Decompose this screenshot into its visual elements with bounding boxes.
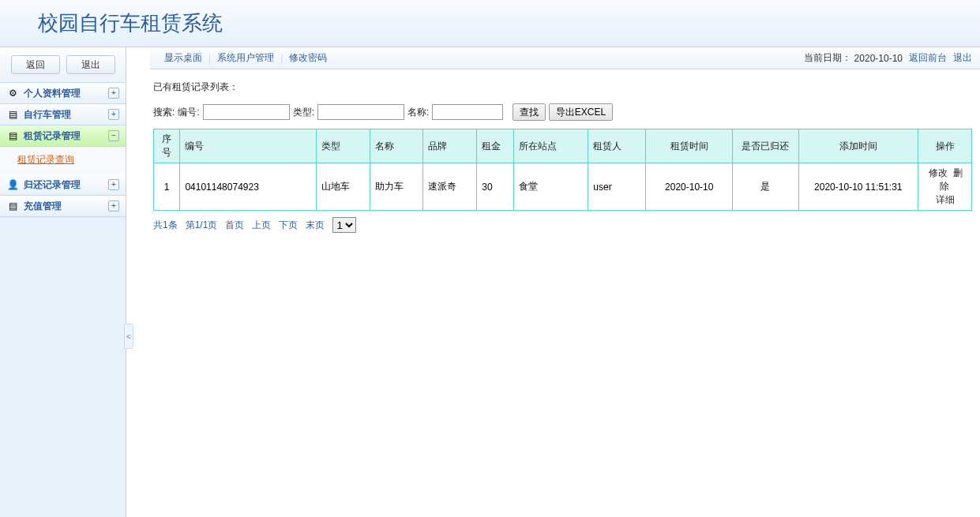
cell-ops: 修改 删除 详细 xyxy=(918,163,972,211)
sidebar-submenu-rental: 租赁记录查询 xyxy=(0,147,126,174)
th-seq: 序号 xyxy=(154,129,180,163)
table-row: 1 04101148074923 山地车 助力车 速派奇 30 食堂 user … xyxy=(154,163,972,211)
expand-icon[interactable]: + xyxy=(108,109,119,120)
sidebar-subitem-rental-query[interactable]: 租赁记录查询 xyxy=(0,150,126,171)
topbar: 显示桌面 | 系统用户管理 | 修改密码 当前日期： 2020-10-10 返回… xyxy=(150,47,980,69)
type-label: 类型: xyxy=(293,106,314,119)
find-button[interactable]: 查找 xyxy=(513,103,546,121)
pager-prev[interactable]: 上页 xyxy=(252,219,271,232)
th-name: 名称 xyxy=(370,129,423,163)
expand-icon[interactable]: + xyxy=(108,179,119,190)
sidebar-item-label: 充值管理 xyxy=(24,200,108,213)
expand-icon[interactable]: + xyxy=(108,88,119,99)
th-type: 类型 xyxy=(316,129,370,163)
cell-site: 食堂 xyxy=(514,163,588,211)
cell-rent: 30 xyxy=(477,163,514,211)
collapse-icon[interactable]: − xyxy=(108,130,119,141)
search-row: 搜索: 编号: 类型: 名称: 查找 导出EXCEL xyxy=(153,103,972,121)
pager-last[interactable]: 末页 xyxy=(306,219,325,232)
topbar-link-password[interactable]: 修改密码 xyxy=(283,51,333,65)
back-button[interactable]: 返回 xyxy=(11,55,60,74)
cell-renter: user xyxy=(588,163,646,211)
sidebar-item-label: 个人资料管理 xyxy=(24,87,108,100)
topbar-exit-link[interactable]: 退出 xyxy=(953,51,972,65)
cell-name: 助力车 xyxy=(370,163,423,211)
pager-next[interactable]: 下页 xyxy=(279,219,298,232)
main: 显示桌面 | 系统用户管理 | 修改密码 当前日期： 2020-10-10 返回… xyxy=(126,47,980,517)
cell-addtime: 2020-10-10 11:51:31 xyxy=(798,163,918,211)
th-addtime: 添加时间 xyxy=(798,129,918,163)
th-code: 编号 xyxy=(180,129,316,163)
content: 已有租赁记录列表： 搜索: 编号: 类型: 名称: 查找 导出EXCEL 序号 … xyxy=(150,69,980,241)
date-label: 当前日期： xyxy=(804,51,851,65)
type-input[interactable] xyxy=(317,104,404,120)
pager-page: 第1/1页 xyxy=(186,219,218,232)
app-title: 校园自行车租赁系统 xyxy=(38,9,223,37)
date-value: 2020-10-10 xyxy=(854,53,903,64)
cell-brand: 速派奇 xyxy=(423,163,477,211)
pager-select[interactable]: 1 xyxy=(332,217,356,233)
sidebar-item-rental[interactable]: ▤ 租赁记录管理 − xyxy=(0,126,126,147)
app-header: 校园自行车租赁系统 xyxy=(0,0,980,47)
sidebar-item-label: 租赁记录管理 xyxy=(24,129,108,143)
cell-seq: 1 xyxy=(154,163,180,211)
table-header-row: 序号 编号 类型 名称 品牌 租金 所在站点 租赁人 租赁时间 是否已归还 添加… xyxy=(154,129,972,163)
th-renter: 租赁人 xyxy=(588,129,646,163)
sidebar-item-return[interactable]: 👤 归还记录管理 + xyxy=(0,174,126,196)
name-input[interactable] xyxy=(432,104,503,120)
code-input[interactable] xyxy=(203,104,290,120)
cell-code: 04101148074923 xyxy=(180,163,316,211)
pager-first[interactable]: 首页 xyxy=(225,219,244,232)
th-returned: 是否已归还 xyxy=(733,129,799,163)
th-site: 所在站点 xyxy=(514,129,588,163)
list-icon: ▤ xyxy=(6,129,19,142)
list-icon: ▤ xyxy=(6,200,19,212)
sidebar-menu: ⚙ 个人资料管理 + ▤ 自行车管理 + ▤ 租赁记录管理 − 租赁记录查询 👤 xyxy=(0,83,126,217)
topbar-link-users[interactable]: 系统用户管理 xyxy=(211,51,280,65)
th-brand: 品牌 xyxy=(423,129,477,163)
gear-icon: ⚙ xyxy=(6,87,19,99)
pager: 共1条 第1/1页 首页 上页 下页 末页 1 xyxy=(153,217,972,233)
edit-link[interactable]: 修改 xyxy=(929,167,948,178)
name-label: 名称: xyxy=(407,106,429,119)
topbar-link-desktop[interactable]: 显示桌面 xyxy=(158,51,208,65)
cell-returned: 是 xyxy=(733,163,799,211)
detail-link[interactable]: 详细 xyxy=(936,194,955,205)
submenu-link[interactable]: 租赁记录查询 xyxy=(17,154,74,165)
sidebar-item-recharge[interactable]: ▤ 充值管理 + xyxy=(0,196,126,217)
sidebar-item-profile[interactable]: ⚙ 个人资料管理 + xyxy=(0,83,126,104)
person-icon: 👤 xyxy=(6,178,19,191)
sidebar-item-label: 归还记录管理 xyxy=(24,178,108,192)
cell-type: 山地车 xyxy=(316,163,370,211)
th-ops: 操作 xyxy=(918,129,972,163)
code-label: 编号: xyxy=(178,106,199,119)
sidebar-top-buttons: 返回 退出 xyxy=(0,47,126,83)
list-icon: ▤ xyxy=(6,108,19,121)
sidebar-collapse-handle[interactable]: < xyxy=(124,324,133,349)
th-rent: 租金 xyxy=(477,129,514,163)
cell-renttime: 2020-10-10 xyxy=(646,163,733,211)
th-renttime: 租赁时间 xyxy=(646,129,733,163)
sidebar: 返回 退出 ⚙ 个人资料管理 + ▤ 自行车管理 + ▤ 租赁记录管理 − 租赁… xyxy=(0,47,126,517)
pager-total: 共1条 xyxy=(153,219,178,232)
expand-icon[interactable]: + xyxy=(108,200,119,212)
export-button[interactable]: 导出EXCEL xyxy=(549,103,613,121)
sidebar-item-bike[interactable]: ▤ 自行车管理 + xyxy=(0,104,126,126)
search-label: 搜索: xyxy=(153,106,175,119)
exit-button[interactable]: 退出 xyxy=(66,55,115,74)
sidebar-item-label: 自行车管理 xyxy=(24,108,108,122)
content-title: 已有租赁记录列表： xyxy=(153,81,972,94)
topbar-back-link[interactable]: 返回前台 xyxy=(909,51,947,65)
topbar-right: 当前日期： 2020-10-10 返回前台 退出 xyxy=(804,51,972,65)
data-table: 序号 编号 类型 名称 品牌 租金 所在站点 租赁人 租赁时间 是否已归还 添加… xyxy=(153,129,972,211)
